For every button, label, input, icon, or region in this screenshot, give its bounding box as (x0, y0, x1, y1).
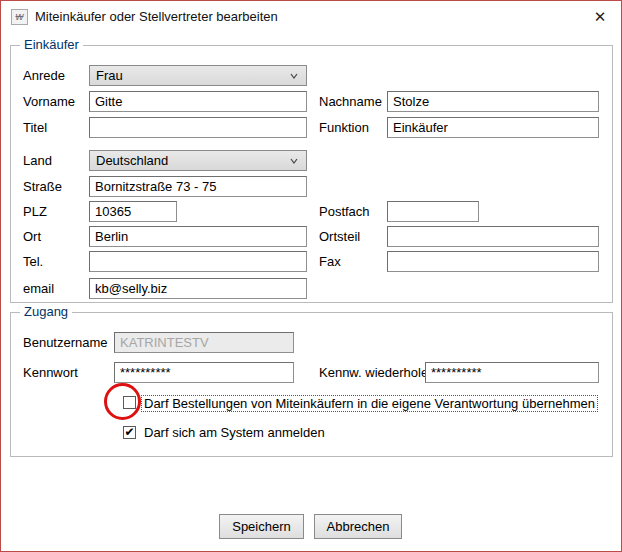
plz-label: PLZ (23, 201, 47, 222)
dialog-title: Miteinkäufer oder Stellvertreter bearbei… (35, 1, 278, 33)
strasse-label: Straße (23, 176, 62, 197)
postfach-field[interactable] (387, 201, 479, 222)
kennwort-field[interactable] (114, 362, 294, 383)
anrede-label: Anrede (23, 65, 65, 86)
anmelden-checkbox[interactable]: ✔ (123, 426, 136, 439)
titel-field[interactable] (89, 117, 307, 138)
cancel-button[interactable]: Abbrechen (314, 514, 402, 539)
ort-label: Ort (23, 226, 41, 247)
titlebar[interactable]: w Miteinkäufer oder Stellvertreter bearb… (1, 1, 621, 33)
strasse-field[interactable] (89, 176, 307, 197)
group-einkaeufer-label: Einkäufer (20, 37, 83, 52)
fax-field[interactable] (387, 251, 599, 272)
funktion-label: Funktion (319, 117, 369, 138)
ort-field[interactable] (89, 226, 307, 247)
app-logo-icon: w (11, 9, 28, 25)
chevron-down-icon (290, 72, 298, 80)
uebernehmen-checkbox-label[interactable]: Darf Bestellungen von Miteinkäufern in d… (141, 395, 598, 412)
ortsteil-label: Ortsteil (319, 226, 360, 247)
ortsteil-field[interactable] (387, 226, 599, 247)
benutzername-label: Benutzername (23, 332, 108, 353)
land-selected-value: Deutschland (96, 151, 168, 170)
chevron-down-icon (290, 157, 298, 165)
land-label: Land (23, 150, 52, 171)
titel-label: Titel (23, 117, 47, 138)
anrede-select[interactable]: Frau (89, 65, 307, 86)
funktion-field[interactable] (387, 117, 599, 138)
save-button[interactable]: Speichern (219, 514, 304, 539)
benutzername-field (114, 332, 294, 353)
kennwort-wiederholen-field[interactable] (425, 362, 599, 383)
kennwort-label: Kennwort (23, 362, 78, 383)
plz-field[interactable] (89, 201, 177, 222)
land-select[interactable]: Deutschland (89, 150, 307, 171)
edit-cobuyer-dialog: w Miteinkäufer oder Stellvertreter bearb… (0, 0, 622, 552)
anmelden-checkbox-label[interactable]: Darf sich am System anmelden (144, 425, 325, 440)
vorname-field[interactable] (89, 91, 307, 112)
group-zugang-label: Zugang (20, 304, 72, 319)
uebernehmen-checkbox[interactable] (123, 396, 136, 409)
fax-label: Fax (319, 251, 341, 272)
tel-field[interactable] (89, 251, 307, 272)
kennwort-wiederholen-label: Kennw. wiederholen (319, 362, 435, 383)
email-field[interactable] (89, 278, 307, 299)
postfach-label: Postfach (319, 201, 370, 222)
anrede-selected-value: Frau (96, 66, 123, 85)
nachname-field[interactable] (387, 91, 599, 112)
tel-label: Tel. (23, 251, 43, 272)
close-icon[interactable]: ✕ (587, 5, 613, 29)
nachname-label: Nachname (319, 91, 382, 112)
vorname-label: Vorname (23, 91, 75, 112)
email-label: email (23, 278, 54, 299)
